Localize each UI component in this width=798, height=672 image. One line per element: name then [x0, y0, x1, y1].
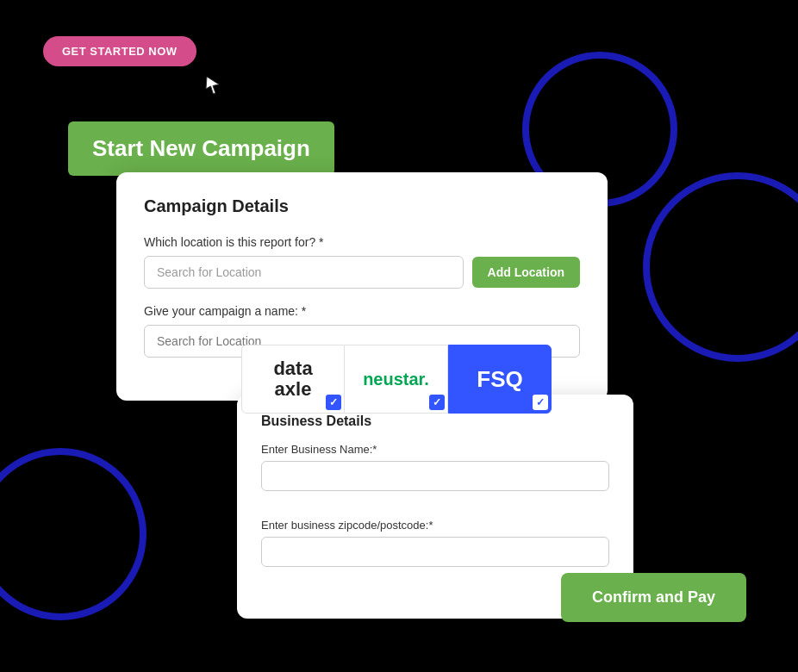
neustar-wrapper: neustar. ✓ — [345, 345, 448, 414]
location-form-group: Which location is this report for? * Add… — [144, 235, 580, 289]
confirm-pay-button[interactable]: Confirm and Pay — [561, 573, 746, 622]
decorative-circle-mid-right — [643, 172, 798, 362]
data-axle-wrapper: data axle ✓ — [241, 345, 345, 414]
fsq-check: ✓ — [533, 395, 548, 410]
business-name-input[interactable] — [261, 461, 609, 491]
business-name-label: Enter Business Name:* — [261, 443, 609, 456]
get-started-button[interactable]: GET STARTED NOW — [43, 36, 196, 66]
providers-row: data axle ✓ neustar. ✓ FSQ ✓ — [241, 345, 552, 414]
add-location-button[interactable]: Add Location — [472, 257, 580, 288]
location-input-row: Add Location — [144, 256, 580, 289]
location-search-input[interactable] — [144, 256, 464, 289]
business-zip-input[interactable] — [261, 537, 609, 567]
data-axle-text: data axle — [273, 358, 312, 400]
neustar-text: neustar. — [363, 370, 429, 389]
business-zip-label: Enter business zipcode/postcode:* — [261, 519, 609, 532]
business-name-group: Enter Business Name:* — [261, 443, 609, 503]
campaign-card-title: Campaign Details — [144, 196, 580, 216]
business-card-title: Business Details — [261, 414, 609, 429]
decorative-circle-bottom-left — [0, 448, 147, 620]
fsq-wrapper: FSQ ✓ — [448, 345, 552, 414]
location-label: Which location is this report for? * — [144, 235, 580, 249]
data-axle-checkmark: ✓ — [329, 396, 338, 408]
data-axle-check: ✓ — [326, 395, 341, 410]
start-campaign-label: Start New Campaign — [68, 121, 334, 176]
fsq-text: FSQ — [477, 366, 522, 393]
neustar-check: ✓ — [429, 395, 445, 410]
fsq-checkmark: ✓ — [536, 396, 545, 408]
campaign-name-label: Give your campaign a name: * — [144, 304, 580, 318]
business-zip-group: Enter business zipcode/postcode:* — [261, 519, 609, 579]
cursor-icon — [205, 76, 221, 95]
neustar-checkmark: ✓ — [433, 396, 441, 408]
